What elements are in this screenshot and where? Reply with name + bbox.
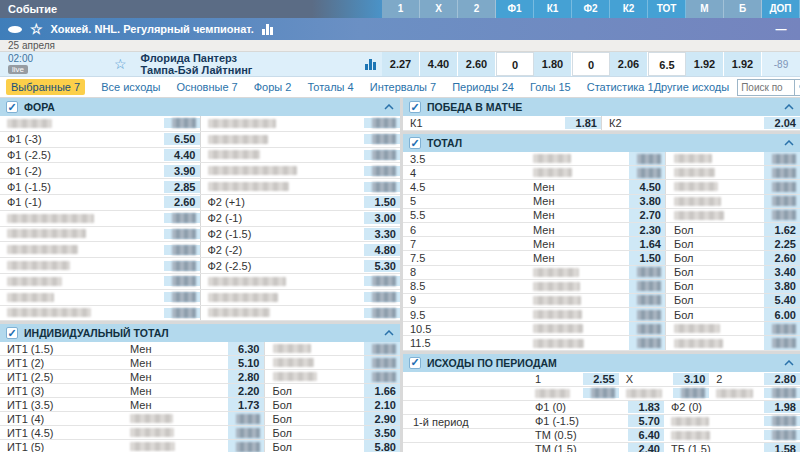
odds-cell[interactable] (364, 308, 400, 318)
odds-cell[interactable]: 2.40 (628, 443, 664, 452)
odds-cell[interactable]: 3.00 (364, 212, 400, 224)
tab-5[interactable]: Интервалы 7 (370, 81, 436, 93)
stats-icon[interactable] (262, 24, 273, 35)
event-odds-cell-5[interactable]: 0 (572, 52, 610, 76)
chevron-up-icon[interactable] (384, 330, 394, 336)
odds-cell[interactable] (764, 180, 800, 193)
event-odds-cell-9[interactable]: 1.92 (724, 52, 762, 76)
odds-cell[interactable]: 2.80 (228, 370, 264, 383)
odds-cell[interactable] (164, 308, 200, 318)
tab-0[interactable]: Выбранные 7 (6, 79, 85, 95)
odds-cell[interactable] (764, 322, 800, 335)
odds-cell[interactable]: 2.20 (228, 384, 264, 397)
odds-cell[interactable]: 3.80 (764, 280, 800, 293)
odds-cell[interactable] (764, 416, 800, 426)
odds-cell[interactable]: 1.98 (764, 401, 800, 413)
odds-cell[interactable]: 3.50 (364, 426, 400, 439)
event-odds-cell-1[interactable]: 4.40 (420, 52, 458, 76)
section-checkbox[interactable]: ✓ (6, 101, 18, 113)
tab-6[interactable]: Периоды 24 (452, 81, 514, 93)
section-header-total[interactable]: ✓ ТОТАЛ (403, 134, 800, 152)
odds-cell[interactable]: 1.58 (764, 443, 800, 452)
odds-cell[interactable] (629, 152, 665, 165)
section-checkbox[interactable]: ✓ (409, 137, 421, 149)
section-header-handicap[interactable]: ✓ ФОРА (0, 98, 400, 116)
odds-cell[interactable]: 2.55 (583, 373, 619, 385)
odds-cell[interactable]: 5.40 (764, 294, 800, 307)
stats-icon[interactable] (365, 59, 376, 70)
event-odds-cell-2[interactable]: 2.60 (458, 52, 496, 76)
odds-cell[interactable]: 1.50 (364, 196, 400, 208)
odds-cell[interactable]: 2.90 (364, 412, 400, 425)
odds-cell[interactable]: 6.40 (628, 429, 664, 441)
odds-cell[interactable]: 4.40 (164, 149, 200, 161)
odds-cell[interactable] (364, 356, 400, 369)
tab-4[interactable]: Тоталы 4 (307, 81, 353, 93)
odds-cell[interactable]: 2.04 (764, 117, 800, 129)
odds-cell[interactable]: 2.60 (164, 196, 200, 208)
section-checkbox[interactable]: ✓ (409, 101, 421, 113)
odds-cell[interactable]: 5.80 (364, 440, 400, 452)
search-input[interactable] (738, 80, 794, 95)
odds-cell[interactable] (364, 370, 400, 383)
favorite-star-icon[interactable]: ☆ (114, 57, 127, 71)
event-odds-cell-4[interactable]: 1.80 (534, 52, 572, 76)
odds-cell[interactable] (364, 276, 400, 286)
odds-cell[interactable]: 1.64 (629, 237, 665, 250)
odds-cell[interactable] (629, 266, 665, 279)
odds-cell[interactable]: 2.80 (764, 373, 800, 385)
odds-cell[interactable]: 1.66 (364, 384, 400, 397)
other-outcomes-link[interactable]: Другие исходы (654, 81, 730, 93)
odds-cell[interactable] (364, 182, 400, 192)
section-header-individual-total[interactable]: ✓ ИНДИВИДУАЛЬНЫЙ ТОТАЛ (0, 324, 400, 342)
odds-cell[interactable]: 2.70 (629, 209, 665, 222)
odds-cell[interactable] (164, 118, 200, 128)
odds-cell[interactable] (164, 261, 200, 271)
odds-cell[interactable] (764, 152, 800, 165)
odds-cell[interactable] (764, 166, 800, 179)
section-checkbox[interactable]: ✓ (409, 357, 421, 369)
chevron-up-icon[interactable] (784, 360, 794, 366)
odds-cell[interactable]: 2.85 (164, 181, 200, 193)
odds-cell[interactable]: 5.30 (364, 260, 400, 272)
section-header-match-win[interactable]: ✓ ПОБЕДА В МАТЧЕ (403, 98, 800, 116)
tab-8[interactable]: Статистика 1 (587, 81, 654, 93)
tab-1[interactable]: Все исходы (101, 81, 160, 93)
odds-cell[interactable]: 1.62 (764, 223, 800, 236)
odds-cell[interactable] (629, 322, 665, 335)
event-row[interactable]: 02:00 live ☆ Флорида Пантерз Тампа-Бэй Л… (0, 52, 800, 77)
league-row[interactable]: ☆ Хоккей. NHL. Регулярный чемпионат. — (0, 18, 800, 40)
odds-cell[interactable] (164, 292, 200, 302)
odds-cell[interactable]: 3.30 (364, 228, 400, 240)
tab-3[interactable]: Форы 2 (254, 81, 292, 93)
event-odds-cell-8[interactable]: 1.92 (686, 52, 724, 76)
chevron-up-icon[interactable] (784, 104, 794, 110)
odds-cell[interactable] (164, 276, 200, 286)
odds-cell[interactable] (629, 166, 665, 179)
collapse-dash[interactable]: — (762, 18, 800, 40)
odds-cell[interactable] (764, 336, 800, 349)
odds-cell[interactable] (364, 134, 400, 144)
odds-cell[interactable] (764, 209, 800, 222)
odds-cell[interactable]: 2.60 (764, 251, 800, 264)
odds-cell[interactable] (164, 213, 200, 223)
tab-7[interactable]: Голы 15 (530, 81, 571, 93)
odds-cell[interactable]: 2.30 (629, 223, 665, 236)
odds-cell[interactable] (228, 426, 264, 439)
odds-cell[interactable] (164, 245, 200, 255)
odds-cell[interactable] (764, 388, 800, 398)
odds-cell[interactable] (764, 430, 800, 440)
odds-cell[interactable] (364, 166, 400, 176)
odds-cell[interactable] (164, 229, 200, 239)
chevron-up-icon[interactable] (384, 104, 394, 110)
odds-cell[interactable]: 6.50 (164, 133, 200, 145)
odds-cell[interactable] (364, 118, 400, 128)
odds-cell[interactable]: 6.00 (764, 308, 800, 321)
odds-cell[interactable]: 1.73 (228, 398, 264, 411)
odds-cell[interactable]: 3.80 (629, 195, 665, 208)
section-header-periods[interactable]: ✓ ИСХОДЫ ПО ПЕРИОДАМ (403, 354, 800, 372)
search-icon[interactable] (794, 80, 800, 95)
event-odds-cell-0[interactable]: 2.27 (382, 52, 420, 76)
odds-cell[interactable]: 6.30 (228, 342, 264, 355)
odds-cell[interactable]: 3.10 (673, 373, 709, 385)
